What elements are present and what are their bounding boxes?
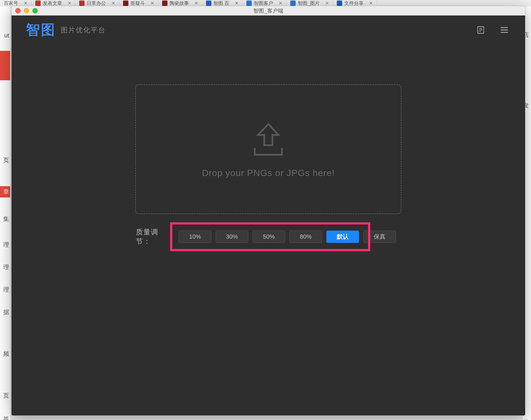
tab-favicon-icon — [35, 1, 41, 6]
background-left-fragment: 页 — [3, 392, 9, 400]
quality-option-3[interactable]: 80% — [289, 231, 322, 243]
tab-favicon-icon — [79, 1, 85, 6]
note-icon — [476, 25, 485, 35]
menu-button[interactable] — [498, 24, 511, 36]
tab-favicon-icon — [290, 1, 296, 6]
quality-option-5[interactable]: 保真 — [363, 231, 396, 243]
notes-button[interactable] — [474, 24, 487, 36]
background-tab: 智图 百✕ — [202, 0, 243, 6]
background-left-fragment: 理 — [3, 263, 9, 271]
tab-label: 发表文章 — [43, 0, 62, 6]
tab-label: 智图_图片 — [298, 0, 320, 6]
background-right-fragment: 草 — [523, 418, 529, 420]
app-body: Drop your PNGs or JPGs here! 质量调节： 10%30… — [12, 44, 525, 415]
app-subtitle: 图片优化平台 — [61, 25, 106, 35]
tab-close-icon: ✕ — [67, 0, 71, 6]
tab-label: 陶瓷故事 — [170, 0, 189, 6]
quality-controls: 质量调节： 10%30%50%80%默认保真 — [136, 223, 401, 250]
tab-close-icon: ✕ — [325, 0, 329, 6]
quality-label: 质量调节： — [136, 227, 169, 246]
tab-label: 智图 百 — [213, 0, 229, 6]
tab-close-icon: ✕ — [194, 0, 198, 6]
background-tab: 日常办公✕ — [75, 0, 119, 6]
app-logo: 智图 — [26, 21, 56, 39]
background-left-fragment: 频 — [3, 350, 9, 358]
background-tab: 答疑斗✕ — [119, 0, 158, 6]
dropzone[interactable]: Drop your PNGs or JPGs here! — [135, 84, 402, 214]
background-left-red-band — [0, 51, 10, 80]
window-titlebar: 智图_客户端 — [12, 6, 525, 16]
tab-favicon-icon — [337, 1, 342, 6]
tab-label: 答疑斗 — [131, 0, 145, 6]
background-tab: 发表文章✕ — [32, 0, 75, 6]
app-header: 智图 图片优化平台 — [12, 16, 525, 44]
tab-favicon-icon — [246, 1, 252, 6]
window-minimize-button[interactable] — [24, 8, 29, 13]
tab-close-icon: ✕ — [24, 0, 28, 6]
quality-option-4[interactable]: 默认 — [326, 231, 359, 243]
background-tab: 智图_图片✕ — [286, 0, 333, 6]
upload-icon — [247, 121, 290, 158]
tab-favicon-icon — [123, 1, 128, 6]
background-left-fragment: 答 — [3, 415, 9, 420]
background-tab: 陶瓷故事✕ — [158, 0, 202, 6]
quality-option-0[interactable]: 10% — [179, 231, 211, 243]
tab-favicon-icon — [162, 1, 167, 6]
window-close-button[interactable] — [15, 8, 21, 13]
quality-option-1[interactable]: 30% — [216, 231, 248, 243]
background-left-fragment: ut — [4, 32, 9, 39]
background-left-fragment: 理 — [3, 286, 9, 294]
tab-close-icon: ✕ — [369, 0, 373, 6]
tab-label: 百家号 — [4, 0, 18, 6]
window-title: 智图_客户端 — [12, 7, 525, 14]
background-tab: 百家号✕ — [0, 0, 32, 6]
tab-close-icon: ✕ — [278, 0, 282, 6]
tab-close-icon: ✕ — [111, 0, 115, 6]
background-browser-tabs: 百家号✕发表文章✕日常办公✕答疑斗✕陶瓷故事✕智图 百✕智图客户✕智图_图片✕文… — [0, 0, 531, 6]
tab-favicon-icon — [206, 1, 211, 6]
background-left-fragment: 集 — [3, 215, 9, 223]
background-left-fragment: 据 — [3, 308, 9, 316]
background-tab: 智图客户✕ — [243, 0, 286, 6]
app-window: 智图_客户端 智图 图片优化平台 D — [11, 6, 525, 416]
background-left-fragment: 理 — [3, 241, 9, 249]
background-left-fragment: 页 — [3, 156, 9, 164]
tab-label: 文件分享 — [344, 0, 364, 6]
background-left-fragment: 章 — [0, 186, 10, 197]
tab-label: 智图客户 — [254, 0, 273, 6]
hamburger-icon — [499, 25, 509, 35]
quality-button-group: 10%30%50%80%默认保真 — [174, 227, 401, 247]
window-maximize-button[interactable] — [32, 8, 38, 13]
tab-close-icon: ✕ — [235, 0, 239, 6]
quality-option-2[interactable]: 50% — [253, 231, 285, 243]
background-tab: 文件分享✕ — [333, 0, 377, 6]
tab-label: 日常办公 — [87, 0, 106, 6]
svg-marker-7 — [258, 124, 278, 145]
dropzone-text: Drop your PNGs or JPGs here! — [202, 168, 335, 178]
tab-close-icon: ✕ — [150, 0, 154, 6]
